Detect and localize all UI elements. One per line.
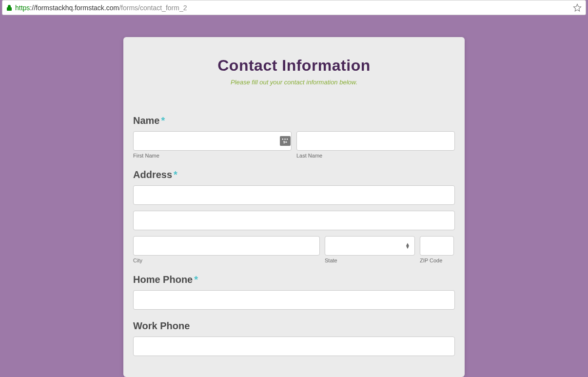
url-path: /forms/contact_form_2 (119, 4, 187, 12)
page-background: Contact Information Please fill out your… (0, 15, 588, 377)
required-mark: * (194, 274, 198, 285)
last-name-sublabel: Last Name (296, 153, 455, 159)
address-field-group: Address* City ▲▼ (133, 169, 455, 263)
lock-icon (6, 4, 12, 11)
url-host: ://formstackhq.formstack.com (30, 4, 119, 12)
zip-input[interactable] (420, 236, 454, 256)
home-phone-label: Home Phone* (133, 274, 455, 285)
url-text: https://formstackhq.formstack.com/forms/… (15, 4, 573, 12)
address-label: Address* (133, 169, 455, 180)
form-card: Contact Information Please fill out your… (123, 37, 465, 377)
first-name-sublabel: First Name (133, 153, 292, 159)
url-scheme: https (15, 4, 30, 12)
first-name-input[interactable] (133, 131, 292, 151)
address-label-text: Address (133, 169, 172, 180)
city-input[interactable] (133, 236, 320, 256)
name-label: Name* (133, 115, 455, 126)
browser-address-bar[interactable]: https://formstackhq.formstack.com/forms/… (2, 0, 586, 15)
city-sublabel: City (133, 258, 320, 263)
work-phone-label-text: Work Phone (133, 320, 190, 331)
zip-sublabel: ZIP Code (420, 258, 454, 263)
form-title: Contact Information (133, 57, 455, 75)
home-phone-field-group: Home Phone* (133, 274, 455, 310)
home-phone-label-text: Home Phone (133, 274, 193, 285)
required-mark: * (161, 115, 165, 126)
state-select[interactable] (325, 236, 415, 256)
state-sublabel: State (325, 258, 415, 263)
address-line1-input[interactable] (133, 185, 455, 205)
bookmark-star-icon[interactable] (573, 3, 582, 12)
name-field-group: Name* ●●● 9+ First Name Last Name (133, 115, 455, 159)
work-phone-label: Work Phone (133, 320, 455, 332)
required-mark: * (174, 169, 177, 180)
home-phone-input[interactable] (133, 290, 455, 310)
name-label-text: Name (133, 115, 159, 126)
work-phone-input[interactable] (133, 337, 455, 356)
last-name-input[interactable] (296, 131, 455, 151)
address-line2-input[interactable] (133, 211, 455, 230)
work-phone-field-group: Work Phone (133, 320, 455, 356)
form-subtitle: Please fill out your contact information… (133, 79, 455, 86)
